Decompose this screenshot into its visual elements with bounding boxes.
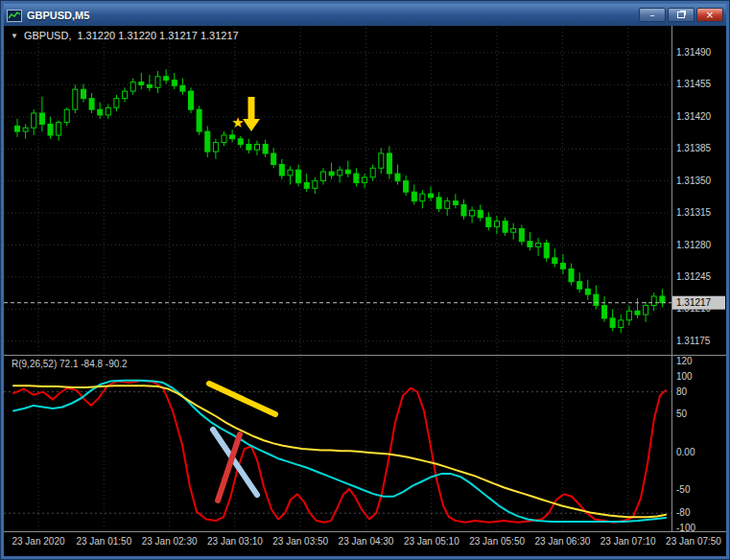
chart-window: GBPUSD,M5 – × 1.314901.314551.314201.313… <box>0 0 730 560</box>
window-title: GBPUSD,M5 <box>27 10 89 21</box>
symbol-label: GBPUSD, <box>24 30 72 41</box>
ohlc-values: 1.31220 1.31220 1.31217 1.31217 <box>77 30 238 41</box>
svg-text:★: ★ <box>231 114 244 130</box>
pane-splitter[interactable] <box>4 353 671 358</box>
chart-icon <box>7 9 22 21</box>
indicator-label: R(9,26,52) 72.1 -84.8 -90.2 <box>12 359 128 369</box>
price-axis[interactable] <box>671 26 726 532</box>
chart-client-area: 1.314901.314551.314201.313851.313501.313… <box>4 26 726 556</box>
close-button[interactable]: × <box>696 8 723 22</box>
restore-icon <box>677 12 685 18</box>
restore-button[interactable] <box>668 8 695 22</box>
collapse-arrow-icon[interactable]: ▼ <box>11 32 18 40</box>
chart-canvas[interactable]: 1.314901.314551.314201.313851.313501.313… <box>4 26 726 556</box>
window-controls: – × <box>639 8 723 22</box>
time-axis[interactable] <box>4 532 726 556</box>
titlebar[interactable]: GBPUSD,M5 – × <box>4 4 726 26</box>
minimize-button[interactable]: – <box>639 8 666 22</box>
symbol-info: ▼ GBPUSD, 1.31220 1.31220 1.31217 1.3121… <box>11 30 239 41</box>
